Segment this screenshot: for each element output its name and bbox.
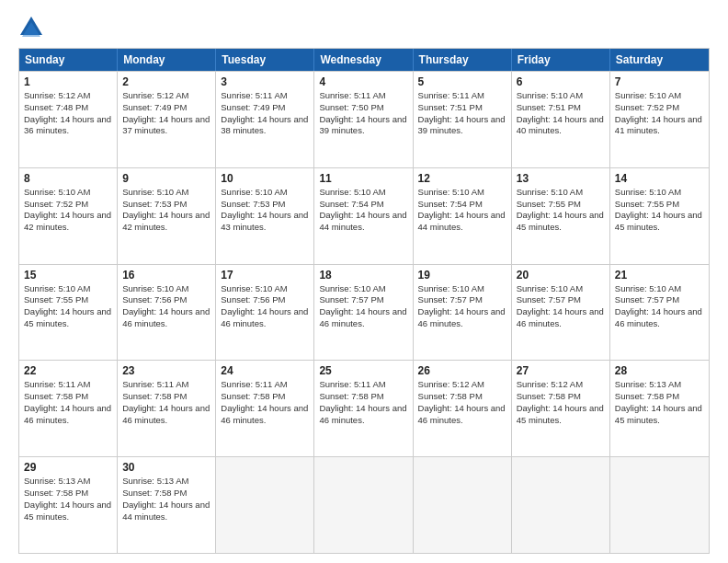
day-number: 14 <box>615 172 704 185</box>
day-5: 5Sunrise: 5:11 AM Sunset: 7:51 PM Daylig… <box>414 72 512 167</box>
header-monday: Monday <box>118 49 216 71</box>
day-22: 22Sunrise: 5:11 AM Sunset: 7:58 PM Dayli… <box>19 361 118 456</box>
empty-cell <box>314 457 413 553</box>
header-friday: Friday <box>512 49 610 71</box>
day-10: 10Sunrise: 5:10 AM Sunset: 7:53 PM Dayli… <box>216 168 314 264</box>
day-number: 9 <box>122 172 210 185</box>
day-20: 20Sunrise: 5:10 AM Sunset: 7:57 PM Dayli… <box>512 265 610 361</box>
day-info: Sunrise: 5:10 AM Sunset: 7:56 PM Dayligh… <box>221 283 309 330</box>
day-info: Sunrise: 5:12 AM Sunset: 7:49 PM Dayligh… <box>122 90 210 137</box>
day-info: Sunrise: 5:13 AM Sunset: 7:58 PM Dayligh… <box>122 476 210 523</box>
day-info: Sunrise: 5:13 AM Sunset: 7:58 PM Dayligh… <box>615 379 704 426</box>
day-number: 15 <box>24 269 112 282</box>
day-29: 29Sunrise: 5:13 AM Sunset: 7:58 PM Dayli… <box>19 457 118 553</box>
day-1: 1Sunrise: 5:12 AM Sunset: 7:48 PM Daylig… <box>19 72 118 167</box>
day-number: 8 <box>24 172 112 185</box>
day-info: Sunrise: 5:10 AM Sunset: 7:54 PM Dayligh… <box>319 187 407 234</box>
day-info: Sunrise: 5:11 AM Sunset: 7:51 PM Dayligh… <box>418 90 506 137</box>
day-info: Sunrise: 5:10 AM Sunset: 7:54 PM Dayligh… <box>418 187 506 234</box>
day-info: Sunrise: 5:11 AM Sunset: 7:58 PM Dayligh… <box>122 379 210 426</box>
day-number: 21 <box>615 269 704 282</box>
day-13: 13Sunrise: 5:10 AM Sunset: 7:55 PM Dayli… <box>512 168 610 264</box>
day-19: 19Sunrise: 5:10 AM Sunset: 7:57 PM Dayli… <box>414 265 512 361</box>
day-27: 27Sunrise: 5:12 AM Sunset: 7:58 PM Dayli… <box>512 361 610 456</box>
day-number: 25 <box>319 364 407 377</box>
day-info: Sunrise: 5:12 AM Sunset: 7:58 PM Dayligh… <box>517 379 605 426</box>
day-14: 14Sunrise: 5:10 AM Sunset: 7:55 PM Dayli… <box>610 168 709 264</box>
day-28: 28Sunrise: 5:13 AM Sunset: 7:58 PM Dayli… <box>610 361 709 456</box>
day-info: Sunrise: 5:11 AM Sunset: 7:58 PM Dayligh… <box>24 379 112 426</box>
calendar: SundayMondayTuesdayWednesdayThursdayFrid… <box>18 48 710 554</box>
day-number: 7 <box>615 75 704 88</box>
logo <box>18 15 48 40</box>
day-number: 22 <box>24 364 112 377</box>
week-row-5: 29Sunrise: 5:13 AM Sunset: 7:58 PM Dayli… <box>19 456 709 553</box>
day-17: 17Sunrise: 5:10 AM Sunset: 7:56 PM Dayli… <box>216 265 314 361</box>
calendar-body: 1Sunrise: 5:12 AM Sunset: 7:48 PM Daylig… <box>19 71 709 553</box>
day-8: 8Sunrise: 5:10 AM Sunset: 7:52 PM Daylig… <box>19 168 118 264</box>
day-4: 4Sunrise: 5:11 AM Sunset: 7:50 PM Daylig… <box>314 72 413 167</box>
day-info: Sunrise: 5:11 AM Sunset: 7:49 PM Dayligh… <box>221 90 309 137</box>
day-11: 11Sunrise: 5:10 AM Sunset: 7:54 PM Dayli… <box>314 168 413 264</box>
day-25: 25Sunrise: 5:11 AM Sunset: 7:58 PM Dayli… <box>314 361 413 456</box>
day-info: Sunrise: 5:12 AM Sunset: 7:48 PM Dayligh… <box>24 90 112 137</box>
day-info: Sunrise: 5:12 AM Sunset: 7:58 PM Dayligh… <box>418 379 506 426</box>
day-24: 24Sunrise: 5:11 AM Sunset: 7:58 PM Dayli… <box>216 361 314 456</box>
day-info: Sunrise: 5:10 AM Sunset: 7:56 PM Dayligh… <box>122 283 210 330</box>
day-number: 18 <box>319 269 407 282</box>
day-info: Sunrise: 5:11 AM Sunset: 7:58 PM Dayligh… <box>221 379 309 426</box>
day-7: 7Sunrise: 5:10 AM Sunset: 7:52 PM Daylig… <box>610 72 709 167</box>
day-16: 16Sunrise: 5:10 AM Sunset: 7:56 PM Dayli… <box>118 265 216 361</box>
day-18: 18Sunrise: 5:10 AM Sunset: 7:57 PM Dayli… <box>314 265 413 361</box>
day-info: Sunrise: 5:10 AM Sunset: 7:51 PM Dayligh… <box>517 90 605 137</box>
day-26: 26Sunrise: 5:12 AM Sunset: 7:58 PM Dayli… <box>414 361 512 456</box>
day-number: 24 <box>221 364 309 377</box>
day-info: Sunrise: 5:10 AM Sunset: 7:55 PM Dayligh… <box>615 187 704 234</box>
day-number: 19 <box>418 269 506 282</box>
day-number: 3 <box>221 75 309 88</box>
day-info: Sunrise: 5:11 AM Sunset: 7:58 PM Dayligh… <box>319 379 407 426</box>
day-number: 28 <box>615 364 704 377</box>
header-saturday: Saturday <box>610 49 709 71</box>
day-info: Sunrise: 5:10 AM Sunset: 7:52 PM Dayligh… <box>24 187 112 234</box>
empty-cell <box>414 457 512 553</box>
day-9: 9Sunrise: 5:10 AM Sunset: 7:53 PM Daylig… <box>118 168 216 264</box>
day-info: Sunrise: 5:10 AM Sunset: 7:57 PM Dayligh… <box>319 283 407 330</box>
week-row-3: 15Sunrise: 5:10 AM Sunset: 7:55 PM Dayli… <box>19 264 709 361</box>
day-info: Sunrise: 5:10 AM Sunset: 7:57 PM Dayligh… <box>615 283 704 330</box>
week-row-4: 22Sunrise: 5:11 AM Sunset: 7:58 PM Dayli… <box>19 360 709 456</box>
day-number: 17 <box>221 269 309 282</box>
day-number: 4 <box>319 75 407 88</box>
day-info: Sunrise: 5:10 AM Sunset: 7:52 PM Dayligh… <box>615 90 704 137</box>
header <box>18 15 710 40</box>
day-number: 1 <box>24 75 112 88</box>
day-23: 23Sunrise: 5:11 AM Sunset: 7:58 PM Dayli… <box>118 361 216 456</box>
empty-cell <box>216 457 314 553</box>
day-info: Sunrise: 5:10 AM Sunset: 7:57 PM Dayligh… <box>418 283 506 330</box>
day-number: 27 <box>517 364 605 377</box>
day-number: 12 <box>418 172 506 185</box>
header-tuesday: Tuesday <box>216 49 314 71</box>
day-number: 20 <box>517 269 605 282</box>
empty-cell <box>512 457 610 553</box>
day-3: 3Sunrise: 5:11 AM Sunset: 7:49 PM Daylig… <box>216 72 314 167</box>
logo-icon <box>18 15 44 40</box>
day-6: 6Sunrise: 5:10 AM Sunset: 7:51 PM Daylig… <box>512 72 610 167</box>
day-info: Sunrise: 5:10 AM Sunset: 7:55 PM Dayligh… <box>24 283 112 330</box>
day-number: 26 <box>418 364 506 377</box>
header-sunday: Sunday <box>19 49 118 71</box>
day-number: 30 <box>122 461 210 474</box>
day-number: 5 <box>418 75 506 88</box>
day-info: Sunrise: 5:10 AM Sunset: 7:55 PM Dayligh… <box>517 187 605 234</box>
week-row-1: 1Sunrise: 5:12 AM Sunset: 7:48 PM Daylig… <box>19 71 709 167</box>
day-21: 21Sunrise: 5:10 AM Sunset: 7:57 PM Dayli… <box>610 265 709 361</box>
day-info: Sunrise: 5:11 AM Sunset: 7:50 PM Dayligh… <box>319 90 407 137</box>
day-2: 2Sunrise: 5:12 AM Sunset: 7:49 PM Daylig… <box>118 72 216 167</box>
day-number: 16 <box>122 269 210 282</box>
day-number: 23 <box>122 364 210 377</box>
day-number: 10 <box>221 172 309 185</box>
header-thursday: Thursday <box>414 49 512 71</box>
day-number: 6 <box>517 75 605 88</box>
header-wednesday: Wednesday <box>314 49 413 71</box>
page: SundayMondayTuesdayWednesdayThursdayFrid… <box>0 0 728 563</box>
